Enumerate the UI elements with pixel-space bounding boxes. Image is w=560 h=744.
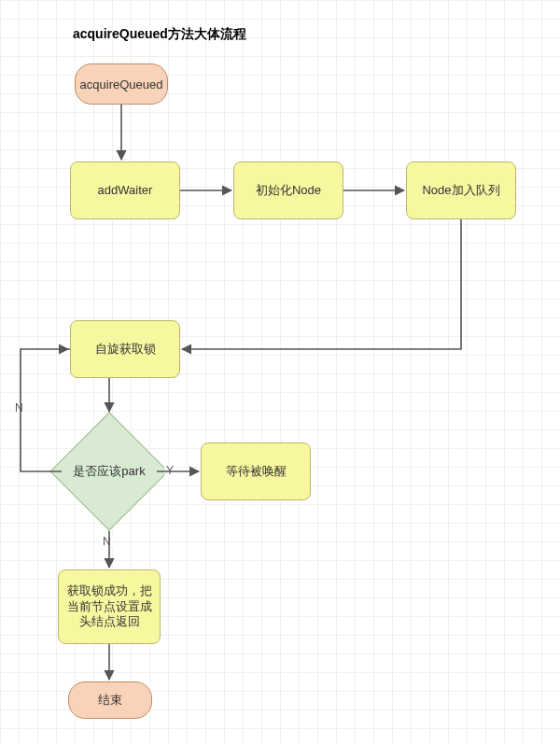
diagram-title: acquireQueued方法大体流程: [73, 26, 246, 43]
edge-label-spin-no: N: [13, 401, 25, 414]
node-success: 获取锁成功，把当前节点设置成头结点返回: [58, 569, 161, 644]
node-shouldpark: 是否应该park: [67, 429, 151, 513]
node-initnode: 初始化Node: [233, 161, 343, 219]
node-addwaiter-label: addWaiter: [98, 182, 153, 199]
node-initnode-label: 初始化Node: [256, 182, 321, 199]
edge-enqueue-spin: [182, 219, 461, 349]
node-enqueue-label: Node加入队列: [422, 182, 499, 199]
edge-label-park-no: N: [101, 535, 113, 548]
edge-label-park-yes: Y: [164, 464, 175, 477]
node-spin-label: 自旋获取锁: [95, 341, 156, 358]
node-spin: 自旋获取锁: [70, 320, 180, 378]
node-waitwake: 等待被唤醒: [201, 442, 311, 500]
node-addwaiter: addWaiter: [70, 161, 180, 219]
node-enqueue: Node加入队列: [406, 161, 516, 219]
node-end-label: 结束: [98, 692, 122, 709]
edge-spin-loop-out: [21, 349, 70, 471]
node-start: acquireQueued: [75, 63, 168, 105]
node-end: 结束: [68, 681, 152, 719]
edge-spin-loop-hidden: [21, 349, 68, 471]
decision-shape: [49, 412, 168, 530]
node-waitwake-label: 等待被唤醒: [226, 463, 287, 480]
node-success-label: 获取锁成功，把当前节点设置成头结点返回: [64, 583, 154, 631]
node-start-label: acquireQueued: [80, 77, 163, 91]
